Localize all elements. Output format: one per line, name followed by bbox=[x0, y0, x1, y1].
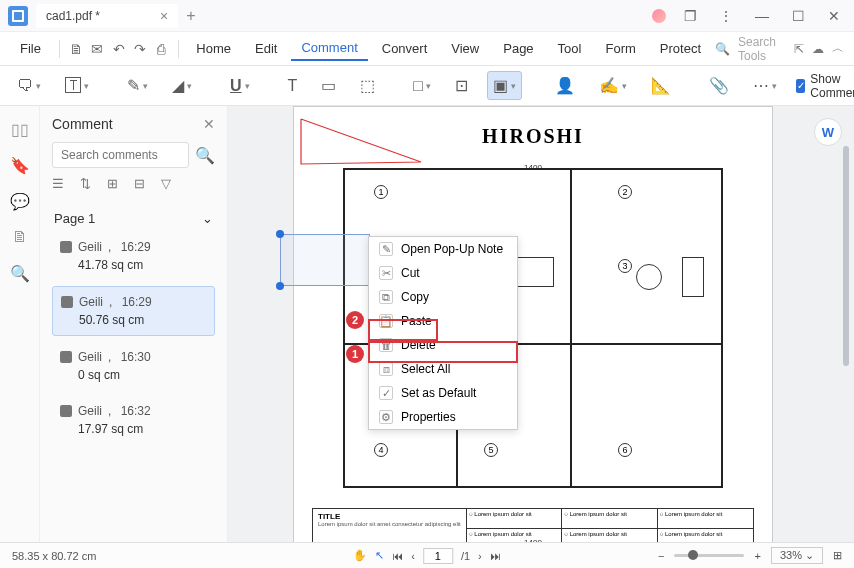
expand-icon[interactable]: ⊞ bbox=[107, 176, 118, 191]
tab-add-button[interactable]: + bbox=[186, 7, 195, 25]
comment-panel-icon[interactable]: 💬 bbox=[11, 192, 29, 210]
ctx-set-default[interactable]: ✓Set as Default bbox=[369, 381, 517, 405]
document-tab[interactable]: cad1.pdf * × bbox=[36, 4, 178, 28]
attach-tool[interactable]: 📎 bbox=[704, 72, 734, 99]
minimize-button[interactable]: — bbox=[750, 4, 774, 28]
menubar: File 🗎 ✉ ↶ ↷ ⎙ Home Edit Comment Convert… bbox=[0, 32, 854, 66]
text-tool[interactable]: 🅃▾ bbox=[60, 73, 94, 99]
area-annotation-icon bbox=[60, 405, 72, 417]
print-icon[interactable]: ⎙ bbox=[152, 38, 169, 60]
page-header[interactable]: Page 1 ⌄ bbox=[52, 205, 215, 232]
typewriter-tool[interactable]: T bbox=[283, 73, 303, 99]
ctx-select-all[interactable]: ⧈Select All bbox=[369, 357, 517, 381]
menu-home[interactable]: Home bbox=[186, 37, 241, 60]
pencil-tool[interactable]: ✎▾ bbox=[122, 72, 153, 99]
checkbox-icon: ✓ bbox=[796, 79, 805, 93]
last-page-icon[interactable]: ⏭ bbox=[490, 550, 501, 562]
menu-edit[interactable]: Edit bbox=[245, 37, 287, 60]
selection-handle[interactable] bbox=[276, 282, 284, 290]
close-button[interactable]: ✕ bbox=[822, 4, 846, 28]
more-icon[interactable]: ⋮ bbox=[714, 4, 738, 28]
filter-icon[interactable]: ▽ bbox=[161, 176, 171, 191]
scrollbar-thumb[interactable] bbox=[843, 146, 849, 366]
callout-1: 1 bbox=[346, 345, 364, 363]
hand-tool-icon[interactable]: ✋ bbox=[353, 549, 367, 562]
save-icon[interactable]: 🗎 bbox=[68, 38, 85, 60]
search-icon[interactable]: 🔍 bbox=[715, 42, 730, 56]
show-comment-toggle[interactable]: ✓ Show Comment bbox=[796, 72, 854, 100]
shape-tool[interactable]: □▾ bbox=[408, 73, 436, 99]
zoom-slider[interactable] bbox=[674, 554, 744, 557]
collapse-icon[interactable]: ⊟ bbox=[134, 176, 145, 191]
select-tool-icon[interactable]: ↖ bbox=[375, 549, 384, 562]
sort-icon[interactable]: ⇅ bbox=[80, 176, 91, 191]
sign-tool[interactable]: ✍▾ bbox=[594, 72, 632, 99]
more-tool[interactable]: ⋯▾ bbox=[748, 72, 782, 99]
zoom-level[interactable]: 33% ⌄ bbox=[771, 547, 823, 564]
redo-icon[interactable]: ↷ bbox=[131, 38, 148, 60]
window-controls: ❐ ⋮ — ☐ ✕ bbox=[652, 4, 846, 28]
fit-page-icon[interactable]: ⊞ bbox=[833, 549, 842, 562]
ctx-paste[interactable]: 📋Paste bbox=[369, 309, 517, 333]
first-page-icon[interactable]: ⏮ bbox=[392, 550, 403, 562]
thumbnails-icon[interactable]: ▯▯ bbox=[11, 120, 29, 138]
menu-tool[interactable]: Tool bbox=[548, 37, 592, 60]
document-canvas[interactable]: HIROSHI 1400 1 2 3 4 5 6 1400 bbox=[228, 106, 854, 542]
ctx-open-note[interactable]: ✎Open Pop-Up Note bbox=[369, 237, 517, 261]
bookmark-icon[interactable]: 🔖 bbox=[11, 156, 29, 174]
selection-box[interactable] bbox=[280, 234, 370, 286]
page-number-input[interactable] bbox=[423, 548, 453, 564]
callout-tool[interactable]: ⬚ bbox=[355, 72, 380, 99]
textbox-tool[interactable]: ▭ bbox=[316, 72, 341, 99]
comment-item[interactable]: Geili, 16:32 17.97 sq cm bbox=[52, 396, 215, 444]
search-comments-input[interactable] bbox=[52, 142, 189, 168]
stamp-tool[interactable]: ⊡ bbox=[450, 72, 473, 99]
undo-icon[interactable]: ↶ bbox=[110, 38, 127, 60]
comment-item-selected[interactable]: Geili, 16:29 50.76 sq cm bbox=[52, 286, 215, 336]
share-icon[interactable]: ⇱ bbox=[794, 42, 804, 56]
collapse-ribbon-icon[interactable]: ︿ bbox=[832, 40, 844, 57]
menu-page[interactable]: Page bbox=[493, 37, 543, 60]
cloud-icon[interactable]: ☁ bbox=[812, 42, 824, 56]
ctx-properties[interactable]: ⚙Properties bbox=[369, 405, 517, 429]
maximize-button[interactable]: ☐ bbox=[786, 4, 810, 28]
list-view-icon[interactable]: ☰ bbox=[52, 176, 64, 191]
tab-close-icon[interactable]: × bbox=[160, 8, 168, 24]
page-total: /1 bbox=[461, 550, 470, 562]
title-block: TITLE Lorem ipsum dolor sit amet consect… bbox=[312, 508, 754, 542]
menu-file[interactable]: File bbox=[10, 37, 51, 60]
eraser-tool[interactable]: ◢▾ bbox=[167, 72, 197, 99]
word-badge-icon[interactable]: W bbox=[814, 118, 842, 146]
comment-item[interactable]: Geili, 16:29 41.78 sq cm bbox=[52, 232, 215, 280]
search-panel-icon[interactable]: 🔍 bbox=[11, 264, 29, 282]
selection-handle[interactable] bbox=[276, 230, 284, 238]
zoom-in-icon[interactable]: + bbox=[754, 550, 760, 562]
context-menu: ✎Open Pop-Up Note ✂Cut ⧉Copy 📋Paste 🗑Del… bbox=[368, 236, 518, 430]
accent-dot bbox=[652, 9, 666, 23]
sidebar-title: Comment bbox=[52, 116, 113, 132]
search-icon[interactable]: 🔍 bbox=[195, 146, 215, 165]
copy-window-icon[interactable]: ❐ bbox=[678, 4, 702, 28]
area-tool[interactable]: ▣▾ bbox=[487, 71, 522, 100]
attachment-panel-icon[interactable]: 🗎 bbox=[11, 228, 29, 246]
menu-protect[interactable]: Protect bbox=[650, 37, 711, 60]
ctx-copy[interactable]: ⧉Copy bbox=[369, 285, 517, 309]
show-comment-label: Show Comment bbox=[810, 72, 854, 100]
mail-icon[interactable]: ✉ bbox=[89, 38, 106, 60]
measure-tool[interactable]: 📐 bbox=[646, 72, 676, 99]
search-tools-label[interactable]: Search Tools bbox=[738, 35, 776, 63]
menu-comment[interactable]: Comment bbox=[291, 36, 367, 61]
comment-item[interactable]: Geili, 16:30 0 sq cm bbox=[52, 342, 215, 390]
prev-page-icon[interactable]: ‹ bbox=[411, 550, 415, 562]
note-tool[interactable]: 🗨▾ bbox=[12, 73, 46, 99]
stamp-icon[interactable]: 👤 bbox=[550, 72, 580, 99]
menu-view[interactable]: View bbox=[441, 37, 489, 60]
next-page-icon[interactable]: › bbox=[478, 550, 482, 562]
ctx-delete[interactable]: 🗑Delete bbox=[369, 333, 517, 357]
menu-convert[interactable]: Convert bbox=[372, 37, 438, 60]
underline-tool[interactable]: U▾ bbox=[225, 73, 255, 99]
sidebar-close-icon[interactable]: ✕ bbox=[203, 116, 215, 132]
zoom-out-icon[interactable]: − bbox=[658, 550, 664, 562]
ctx-cut[interactable]: ✂Cut bbox=[369, 261, 517, 285]
menu-form[interactable]: Form bbox=[595, 37, 645, 60]
